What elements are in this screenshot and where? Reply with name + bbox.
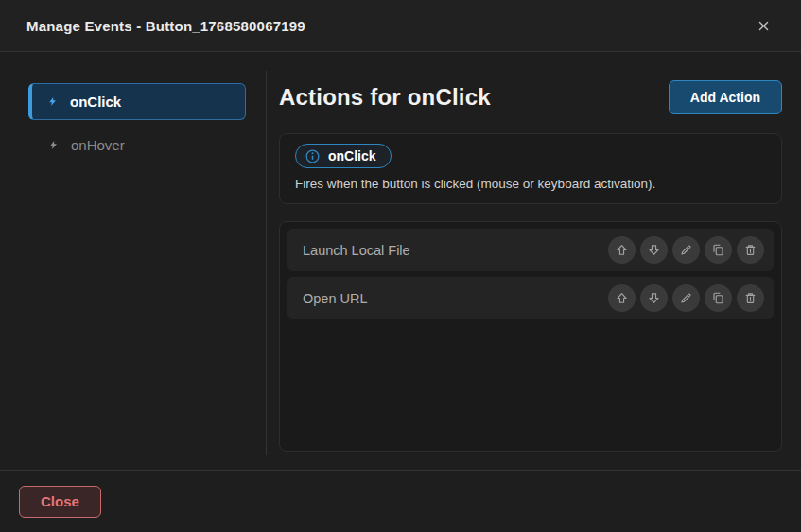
delete-button[interactable]: [737, 284, 764, 312]
event-badge: onClick: [295, 144, 392, 168]
move-up-button[interactable]: [608, 284, 636, 312]
arrow-down-icon: [647, 291, 661, 305]
pencil-icon: [679, 291, 693, 305]
actions-panel-area: Actions for onClick Add Action onClick F…: [267, 52, 801, 470]
trash-icon: [743, 291, 757, 305]
add-action-button[interactable]: Add Action: [669, 80, 782, 114]
actions-list: Launch Local File: [279, 221, 782, 452]
dialog-title: Manage Events - Button_1768580067199: [26, 18, 305, 34]
actions-header: Actions for onClick Add Action: [279, 80, 782, 114]
lightning-bolt-icon: [48, 138, 59, 152]
page-title: Actions for onClick: [279, 84, 491, 111]
move-up-button[interactable]: [608, 236, 636, 264]
sidebar-item-onclick[interactable]: onClick: [28, 83, 246, 120]
x-icon: [757, 20, 770, 32]
edit-button[interactable]: [672, 284, 700, 312]
close-button[interactable]: Close: [19, 486, 101, 518]
action-row-buttons: [608, 284, 764, 312]
sidebar-item-label: onClick: [70, 94, 121, 110]
manage-events-dialog: Manage Events - Button_1768580067199 onC…: [0, 0, 801, 532]
arrow-up-icon: [615, 291, 629, 305]
dialog-close-button[interactable]: [752, 14, 775, 37]
duplicate-button[interactable]: [705, 284, 732, 312]
delete-button[interactable]: [737, 236, 764, 264]
sidebar-item-onhover[interactable]: onHover: [28, 130, 246, 159]
action-row: Launch Local File: [287, 229, 774, 271]
copy-icon: [711, 291, 725, 305]
duplicate-button[interactable]: [705, 236, 732, 264]
event-sidebar: onClick onHover: [0, 52, 267, 470]
sidebar-item-label: onHover: [71, 137, 125, 153]
action-row-buttons: [608, 236, 764, 264]
move-down-button[interactable]: [640, 284, 668, 312]
dialog-header: Manage Events - Button_1768580067199: [0, 0, 801, 52]
event-description: Fires when the button is clicked (mouse …: [295, 177, 766, 191]
action-label: Open URL: [303, 291, 368, 306]
pencil-icon: [679, 243, 693, 257]
arrow-down-icon: [647, 243, 661, 257]
dialog-footer: Close: [0, 470, 801, 532]
copy-icon: [711, 243, 725, 257]
dialog-body: onClick onHover Actions for onClick Add …: [0, 52, 801, 470]
lightning-bolt-icon: [47, 94, 58, 109]
arrow-up-icon: [615, 243, 629, 257]
edit-button[interactable]: [672, 236, 700, 264]
event-badge-label: onClick: [328, 148, 376, 163]
event-info-box: onClick Fires when the button is clicked…: [279, 133, 782, 204]
move-down-button[interactable]: [640, 236, 668, 264]
action-label: Launch Local File: [303, 243, 410, 258]
trash-icon: [743, 243, 757, 257]
action-row: Open URL: [287, 277, 774, 319]
info-circle-icon: [305, 149, 320, 163]
